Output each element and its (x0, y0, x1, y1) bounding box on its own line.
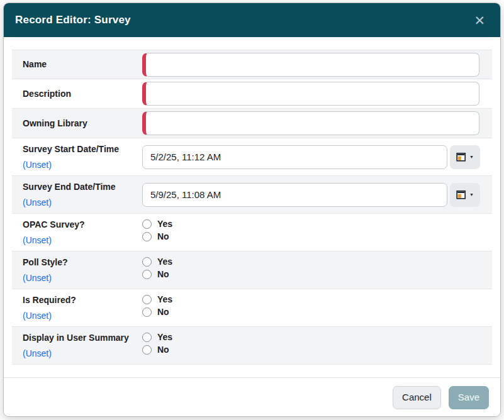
survey-start-input[interactable] (142, 145, 447, 169)
control-cell: Yes No (142, 289, 492, 326)
calendar-icon (456, 190, 466, 199)
field-row-name: Name (12, 50, 492, 79)
label-cell: Display in User Summary (Unset) (12, 327, 142, 364)
unset-link[interactable]: (Unset) (23, 198, 137, 207)
field-label: Poll Style? (23, 257, 137, 267)
radio-icon (142, 345, 152, 355)
radio-label: No (157, 307, 169, 317)
unset-link[interactable]: (Unset) (23, 160, 137, 170)
radio-label: Yes (157, 294, 172, 304)
dialog-footer: Cancel Save (4, 377, 500, 417)
dialog-title: Record Editor: Survey (15, 14, 131, 26)
field-label: Description (23, 89, 137, 99)
control-cell (142, 50, 492, 79)
dialog-body: Name Description Owning Library (4, 37, 500, 377)
radio-group: Yes No (142, 294, 172, 317)
field-row-description: Description (12, 79, 492, 109)
radio-icon (142, 295, 152, 304)
chevron-down-icon: ▼ (469, 192, 474, 197)
radio-group: Yes No (142, 219, 172, 241)
label-cell: Survey Start Date/Time (Unset) (12, 138, 142, 175)
field-row-owning-library: Owning Library (12, 109, 492, 138)
radio-label: No (157, 231, 169, 241)
dialog-header: Record Editor: Survey ✕ (4, 3, 500, 37)
label-cell: Name (12, 50, 142, 79)
description-input[interactable] (142, 82, 479, 106)
display-in-user-summary-yes-radio[interactable]: Yes (142, 332, 172, 342)
label-cell: Poll Style? (Unset) (12, 251, 142, 289)
field-label: Display in User Summary (23, 333, 137, 343)
field-row-is-required: Is Required? (Unset) Yes No (12, 289, 492, 327)
owning-library-input[interactable] (142, 111, 479, 135)
display-in-user-summary-no-radio[interactable]: No (142, 345, 172, 355)
field-row-survey-end: Survey End Date/Time (Unset) ▼ (12, 176, 492, 214)
field-row-survey-start: Survey Start Date/Time (Unset) ▼ (12, 138, 492, 176)
label-cell: Owning Library (12, 109, 142, 138)
field-label: Survey Start Date/Time (23, 144, 137, 154)
name-input[interactable] (142, 53, 479, 77)
opac-survey-no-radio[interactable]: No (142, 231, 172, 241)
control-cell: ▼ (142, 138, 493, 175)
radio-group: Yes No (142, 332, 172, 355)
poll-style-no-radio[interactable]: No (142, 269, 172, 279)
label-cell: Is Required? (Unset) (12, 289, 142, 326)
field-row-display-in-user-summary: Display in User Summary (Unset) Yes No (12, 327, 492, 365)
field-label: Survey End Date/Time (23, 182, 137, 192)
radio-label: Yes (157, 219, 172, 229)
field-label: Owning Library (23, 118, 137, 128)
radio-icon (142, 333, 152, 342)
field-label: Is Required? (23, 295, 137, 305)
record-editor-dialog: Record Editor: Survey ✕ Name Description (3, 3, 501, 417)
radio-icon (142, 270, 152, 279)
calendar-icon (456, 152, 466, 162)
opac-survey-yes-radio[interactable]: Yes (142, 219, 172, 229)
cancel-button[interactable]: Cancel (393, 386, 441, 409)
radio-label: Yes (157, 257, 172, 267)
control-cell: Yes No (142, 251, 492, 289)
radio-label: Yes (157, 332, 172, 342)
is-required-yes-radio[interactable]: Yes (142, 294, 172, 304)
poll-style-yes-radio[interactable]: Yes (142, 257, 172, 267)
field-row-poll-style: Poll Style? (Unset) Yes No (12, 251, 492, 289)
survey-start-calendar-button[interactable]: ▼ (450, 145, 480, 169)
unset-link[interactable]: (Unset) (23, 349, 137, 358)
field-label: OPAC Survey? (23, 219, 137, 229)
close-icon[interactable]: ✕ (471, 13, 488, 28)
radio-icon (142, 307, 152, 317)
control-cell: Yes No (142, 327, 492, 364)
field-label: Name (23, 59, 137, 69)
radio-label: No (157, 269, 169, 279)
control-cell: Yes No (142, 214, 492, 251)
control-cell (142, 109, 492, 138)
survey-end-input[interactable] (142, 183, 447, 207)
label-cell: Description (12, 79, 142, 108)
field-row-opac-survey: OPAC Survey? (Unset) Yes No (12, 214, 492, 251)
unset-link[interactable]: (Unset) (23, 236, 137, 245)
radio-label: No (157, 345, 169, 355)
radio-icon (142, 257, 152, 267)
chevron-down-icon: ▼ (469, 155, 474, 159)
control-cell (142, 79, 492, 108)
is-required-no-radio[interactable]: No (142, 307, 172, 317)
survey-end-calendar-button[interactable]: ▼ (450, 183, 480, 207)
save-button[interactable]: Save (449, 386, 489, 409)
label-cell: OPAC Survey? (Unset) (12, 214, 142, 251)
radio-group: Yes No (142, 257, 172, 279)
radio-icon (142, 219, 152, 229)
control-cell: ▼ (142, 176, 493, 213)
radio-icon (142, 232, 152, 241)
label-cell: Survey End Date/Time (Unset) (12, 176, 142, 213)
unset-link[interactable]: (Unset) (23, 274, 137, 283)
unset-link[interactable]: (Unset) (23, 311, 137, 321)
